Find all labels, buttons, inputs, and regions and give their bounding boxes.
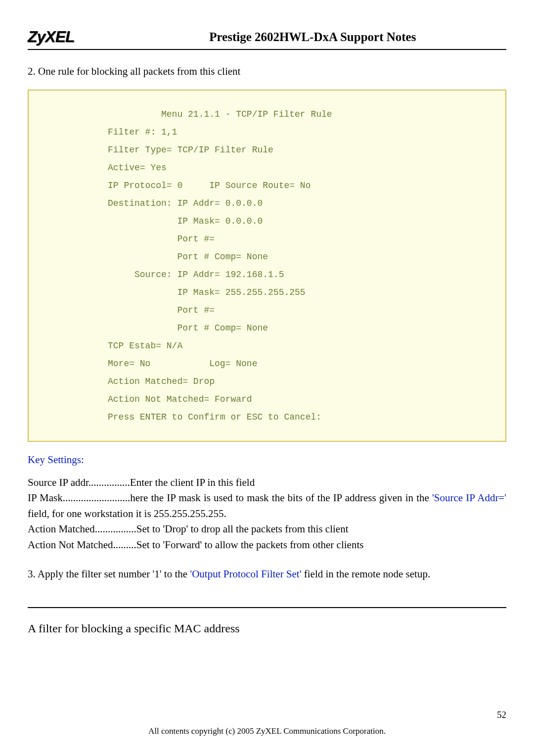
page-container: ZyXEL Prestige 2602HWL-DxA Support Notes… — [0, 0, 534, 756]
page-header: ZyXEL Prestige 2602HWL-DxA Support Notes — [28, 28, 506, 50]
footer-copyright: All contents copyright (c) 2005 ZyXEL Co… — [28, 726, 506, 736]
key-setting-action-not-matched: Action Not Matched.........Set to 'Forwa… — [28, 537, 506, 553]
source-ip-addr-ref: 'Source IP Addr=' — [432, 492, 506, 504]
key-setting-source-ip: Source IP addr................Enter the … — [28, 475, 506, 491]
key-setting-action-matched: Action Matched................Set to 'Dr… — [28, 521, 506, 537]
apply-filter-paragraph: 3. Apply the filter set number '1' to th… — [28, 567, 506, 582]
terminal-menu-box: Menu 21.1.1 - TCP/IP Filter Rule Filter … — [28, 90, 506, 442]
apply-text-a: 3. Apply the filter set number '1' to th… — [28, 568, 190, 580]
header-title: Prestige 2602HWL-DxA Support Notes — [119, 30, 506, 44]
page-number: 52 — [497, 709, 506, 720]
key-setting-ip-mask-b: field, for one workstation it is 255.255… — [28, 508, 226, 520]
apply-text-b: field in the remote node setup. — [302, 568, 431, 580]
logo: ZyXEL — [28, 28, 75, 46]
output-protocol-filter-set-ref: 'Output Protocol Filter Set' — [190, 568, 301, 580]
subsection-title: A filter for blocking a specific MAC add… — [28, 622, 506, 635]
key-settings-block: Source IP addr................Enter the … — [28, 475, 506, 553]
key-setting-ip-mask-a: IP Mask..........................here th… — [28, 492, 432, 504]
intro-paragraph: 2. One rule for blocking all packets fro… — [28, 64, 506, 80]
key-settings-heading: Key Settings: — [28, 454, 506, 466]
key-setting-ip-mask: IP Mask..........................here th… — [28, 490, 506, 521]
section-divider — [28, 607, 506, 608]
